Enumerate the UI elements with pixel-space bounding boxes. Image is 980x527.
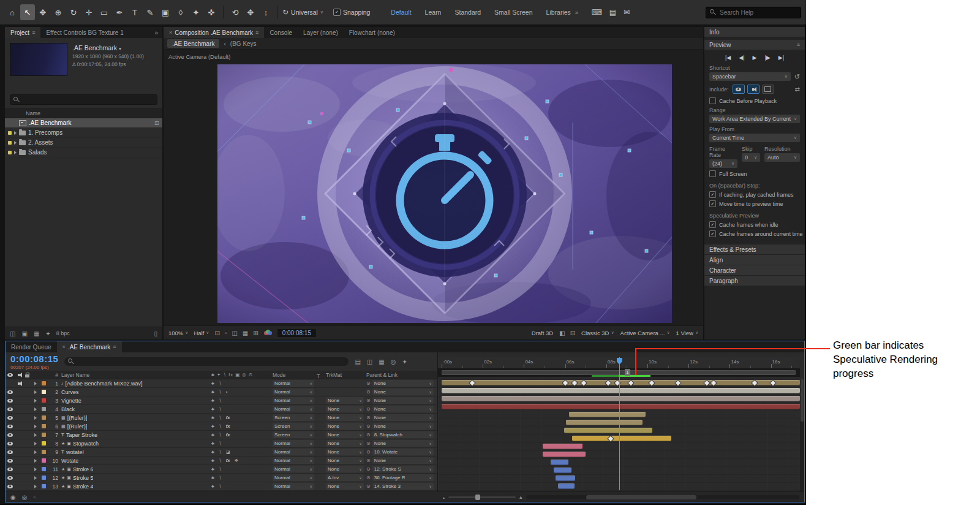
shy-icon[interactable]: ♣	[211, 441, 214, 446]
reset-icon[interactable]: ↺	[794, 73, 800, 81]
breadcrumb-current-comp[interactable]: .AE Benchmark	[167, 39, 219, 48]
quality-icon[interactable]: ∖	[219, 449, 222, 455]
visibility-eye-icon[interactable]	[7, 433, 13, 437]
viewport-icon-2[interactable]: ▫	[225, 330, 227, 336]
visibility-eye-icon[interactable]	[7, 408, 13, 411]
layer-color-chip[interactable]	[42, 476, 46, 480]
tab-flowchart[interactable]: Flowchart (none)	[344, 27, 401, 38]
fast-previews-button[interactable]: Draft 3D	[532, 330, 553, 336]
expander-icon[interactable]	[34, 485, 37, 488]
full-screen-checkbox[interactable]: Full Screen	[709, 170, 800, 177]
shy-icon[interactable]: ♣	[211, 398, 214, 403]
expander-icon[interactable]	[14, 151, 17, 154]
camera-dolly-tool-icon[interactable]: ↕	[258, 4, 273, 20]
parent-link-dropdown[interactable]: None∨	[372, 440, 434, 447]
expander-icon[interactable]	[34, 433, 37, 437]
layer-color-chip[interactable]	[42, 424, 46, 428]
shy-icon[interactable]: ♣	[211, 466, 214, 472]
project-item-salads[interactable]: Salads	[5, 148, 162, 157]
mode-dropdown[interactable]: Normal∨	[273, 397, 314, 404]
timeline-footer-icon-1[interactable]: ◉	[10, 494, 16, 501]
range-dropdown[interactable]: Work Area Extended By Current ... ∨	[709, 115, 800, 123]
puppet-pin-tool-icon[interactable]: ✜	[204, 4, 219, 20]
timeline-footer-icon-2[interactable]: ◎	[22, 494, 28, 501]
layer-duration-bar[interactable]	[564, 428, 652, 433]
checkbox[interactable]	[709, 170, 716, 177]
selection-tool-icon[interactable]: ↖	[20, 4, 35, 20]
shortcut-dropdown[interactable]: Spacebar ∨	[709, 72, 791, 81]
layer-duration-bar[interactable]	[558, 483, 575, 489]
orbit-camera-tool-icon[interactable]: ↻	[66, 4, 81, 20]
snapping-toggle[interactable]: ✓ Snapping	[333, 9, 370, 16]
new-composition-icon[interactable]: ▦	[34, 330, 39, 337]
quality-icon[interactable]: ∖	[219, 389, 222, 395]
tab-render-queue[interactable]: Render Queue	[6, 341, 57, 352]
mode-dropdown[interactable]: Normal∨	[273, 483, 314, 490]
expander-icon[interactable]	[34, 416, 37, 420]
zoom-tool-icon[interactable]: ⊕	[51, 4, 66, 20]
playhead-line[interactable]	[619, 357, 620, 490]
layer-duration-bar[interactable]	[543, 452, 586, 457]
workspace-tab-small-screen[interactable]: Small Screen	[494, 9, 532, 16]
parent-link-dropdown[interactable]: None∨	[372, 457, 434, 464]
view-icon-2[interactable]: ⊟	[570, 330, 575, 336]
shy-icon[interactable]: ♣	[211, 389, 214, 395]
eraser-tool-icon[interactable]: ◊	[173, 4, 188, 20]
new-folder-icon[interactable]: ▣	[21, 330, 27, 337]
trkmat-dropdown[interactable]: None∨	[326, 406, 364, 412]
switch-icon[interactable]: ❖	[234, 458, 238, 463]
trkmat-dropdown[interactable]: None∨	[326, 397, 364, 404]
on-stop-option-move-time-to-preview-time[interactable]: ✓Move time to preview time	[709, 200, 800, 207]
viewport-icon-5[interactable]: ⊞	[253, 330, 258, 336]
workspace-tab-libraries[interactable]: Libraries	[546, 9, 571, 16]
layer-duration-bar[interactable]	[442, 396, 800, 401]
trkmat-dropdown[interactable]: None∨	[326, 449, 364, 455]
panel-overflow-button[interactable]: »	[150, 29, 162, 36]
expander-icon[interactable]	[34, 442, 37, 445]
timeline-toolbar-icon-4[interactable]: ◎	[391, 358, 396, 365]
visibility-eye-icon[interactable]	[7, 485, 13, 488]
visibility-eye-icon[interactable]	[7, 476, 13, 480]
mode-dropdown[interactable]: Normal∨	[273, 380, 314, 387]
frame-rate-dropdown[interactable]: (24) ∨	[709, 159, 737, 168]
layer-row-7[interactable]: 7TTaper Stroke♣∖fxScreen∨None∨⊙8. Stopwa…	[6, 431, 437, 439]
scrollbar-thumb[interactable]	[801, 379, 804, 422]
mode-column-label[interactable]: Mode	[273, 372, 285, 378]
layer-duration-bar[interactable]	[556, 476, 575, 481]
expander-icon[interactable]	[14, 141, 17, 145]
trkmat-dropdown[interactable]: None∨	[326, 423, 364, 430]
mode-dropdown[interactable]: Normal∨	[273, 406, 314, 412]
pickwhip-icon[interactable]: ⊙	[366, 466, 371, 472]
tools-panel-icon[interactable]: ▤	[609, 8, 616, 17]
visibility-eye-icon[interactable]	[7, 459, 13, 463]
visibility-eye-icon[interactable]	[7, 390, 13, 394]
layer-row-12[interactable]: 12★▣Stroke 5♣∖Normal∨A.Inv∨⊙36. Footage …	[6, 474, 437, 482]
mode-dropdown[interactable]: Normal∨	[273, 466, 314, 472]
panel-header-effects-presets[interactable]: Effects & Presets	[704, 245, 805, 254]
feedback-icon[interactable]: ✉	[624, 8, 630, 17]
quality-icon[interactable]: ∖	[219, 475, 222, 480]
trkmat-dropdown[interactable]: A.Inv∨	[326, 474, 364, 481]
pickwhip-icon[interactable]: ⊙	[366, 415, 371, 420]
layer-duration-bar[interactable]	[551, 460, 568, 465]
fx-icon[interactable]: fx	[226, 432, 230, 438]
viewport-icon-4[interactable]: ▦	[243, 330, 248, 336]
trkmat-dropdown[interactable]: None∨	[326, 457, 364, 464]
layer-color-chip[interactable]	[42, 398, 46, 403]
pickwhip-icon[interactable]: ⊙	[366, 483, 371, 489]
tab-timeline-ae-benchmark[interactable]: × .AE Benchmark ≡	[57, 341, 122, 352]
switch-icon[interactable]: ◪	[226, 449, 230, 455]
hand-tool-icon[interactable]: ✥	[36, 4, 50, 20]
speculative-option-cache-frames-when-idle[interactable]: ✓Cache frames when idle	[709, 221, 800, 228]
layer-name-column-label[interactable]: Layer Name	[61, 372, 89, 378]
panel-header-paragraph[interactable]: Paragraph	[704, 276, 805, 286]
camera-pan-tool-icon[interactable]: ✥	[243, 4, 258, 20]
vertical-scrollbar[interactable]	[800, 379, 804, 492]
include-overlays-toggle[interactable]	[762, 85, 774, 94]
panel-menu-icon[interactable]: ≡	[113, 344, 116, 350]
quality-icon[interactable]: ∖	[219, 415, 222, 420]
layer-row-8[interactable]: 8★▣Stopwatch♣∖Normal∨None∨⊙None∨	[6, 439, 437, 448]
shy-icon[interactable]: ♣	[211, 423, 214, 429]
parent-link-dropdown[interactable]: None∨	[372, 380, 434, 387]
visibility-eye-icon[interactable]	[7, 425, 13, 428]
